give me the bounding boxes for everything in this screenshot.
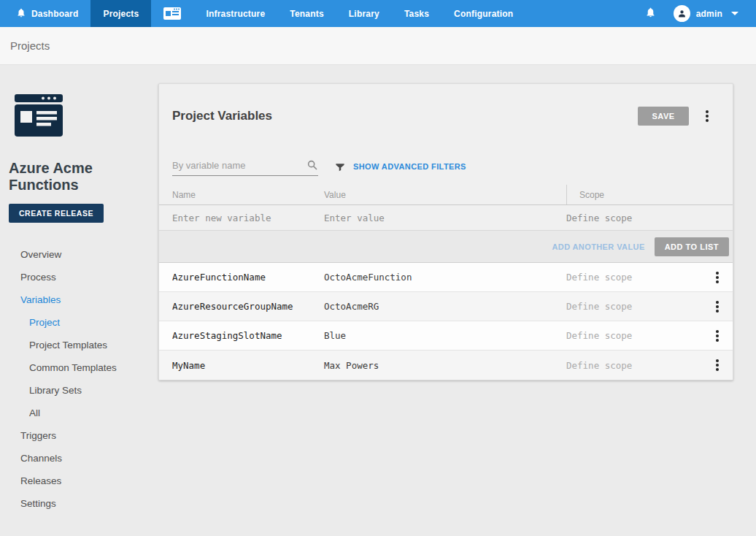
kebab-menu-icon [716, 305, 719, 308]
table-row[interactable]: AzureResourceGroupName OctoAcmeRG Define… [159, 292, 733, 321]
nav-item-project-logo-tab[interactable] [151, 0, 193, 27]
variable-name-cell: MyName [172, 360, 324, 371]
sidebar-item-common-templates[interactable]: Common Templates [9, 356, 158, 379]
nav-item-projects[interactable]: Projects [90, 0, 151, 27]
kebab-menu-icon [706, 115, 709, 118]
sidebar-item-process[interactable]: Process [9, 266, 158, 288]
variable-value-cell: OctoAcmeFunction [324, 272, 566, 283]
search-icon [306, 159, 318, 174]
table-header-row: Name Value Scope [159, 185, 733, 205]
nav-item-configuration[interactable]: Configuration [441, 0, 525, 27]
sidebar-item-overview[interactable]: Overview [9, 243, 158, 266]
breadcrumb[interactable]: Projects [10, 39, 50, 52]
user-avatar-icon [674, 5, 690, 22]
column-header-value: Value [324, 190, 566, 200]
nav-label: Tasks [404, 9, 429, 19]
nav-item-library[interactable]: Library [336, 0, 392, 27]
filter-row: SHOW ADVANCED FILTERS [159, 148, 733, 185]
search-field [172, 157, 318, 176]
notifications-button[interactable] [635, 0, 666, 27]
project-logo-icon [163, 7, 181, 20]
user-name: admin [696, 9, 722, 19]
nav-label: Projects [103, 9, 139, 19]
nav-label: Tenants [290, 9, 324, 19]
sidebar-item-settings[interactable]: Settings [9, 492, 158, 515]
add-to-list-button[interactable]: ADD TO LIST [655, 237, 729, 256]
show-advanced-filters-link[interactable]: SHOW ADVANCED FILTERS [353, 162, 466, 171]
sidebar-item-library-sets[interactable]: Library Sets [9, 379, 158, 402]
kebab-menu-icon [716, 364, 719, 367]
column-header-name: Name [172, 190, 324, 200]
project-logo [15, 94, 158, 139]
nav-label: Dashboard [31, 9, 78, 19]
new-variable-value-input[interactable] [324, 213, 463, 223]
nav-label: Infrastructure [206, 9, 265, 19]
variable-filter-input[interactable] [172, 157, 318, 176]
project-title: Azure Acme Functions [9, 160, 118, 194]
nav-item-tenants[interactable]: Tenants [277, 0, 336, 27]
project-nav: Overview Process Variables Project Proje… [9, 243, 158, 515]
sidebar-item-triggers[interactable]: Triggers [9, 424, 158, 447]
nav-item-dashboard[interactable]: Dashboard [0, 0, 90, 27]
add-actions-row: ADD ANOTHER VALUE ADD TO LIST [159, 231, 733, 263]
column-header-scope: Scope [566, 185, 699, 204]
overflow-menu-button[interactable] [701, 107, 714, 126]
add-another-value-link[interactable]: ADD ANOTHER VALUE [552, 242, 644, 251]
variable-name-cell: AzureFunctionName [172, 272, 324, 283]
variable-scope-cell[interactable]: Define scope [566, 272, 699, 283]
dashboard-bell-icon [16, 7, 26, 20]
project-variables-card: Project Variables SAVE SHOW ADVANCED FIL… [158, 83, 733, 380]
top-navbar: Dashboard Projects Infrastructure Tenant… [0, 0, 756, 27]
sidebar-item-channels[interactable]: Channels [9, 447, 158, 470]
navbar-spacer [525, 0, 634, 27]
nav-label: Configuration [454, 9, 513, 19]
new-variable-row: Define scope [159, 205, 733, 231]
row-overflow-button[interactable] [711, 356, 724, 375]
variable-scope-cell[interactable]: Define scope [566, 301, 699, 312]
sidebar-item-all[interactable]: All [9, 402, 158, 424]
variable-value-cell: Max Powers [324, 360, 566, 371]
table-row[interactable]: MyName Max Powers Define scope [159, 351, 733, 380]
project-sidebar: Azure Acme Functions CREATE RELEASE Over… [0, 65, 158, 536]
nav-item-infrastructure[interactable]: Infrastructure [193, 0, 277, 27]
sidebar-item-project-templates[interactable]: Project Templates [9, 334, 158, 356]
caret-down-icon [731, 12, 738, 15]
kebab-menu-icon [716, 334, 719, 337]
main-area: Project Variables SAVE SHOW ADVANCED FIL… [158, 65, 756, 536]
sidebar-item-project[interactable]: Project [9, 311, 158, 334]
variable-scope-cell[interactable]: Define scope [566, 360, 699, 371]
card-header: Project Variables SAVE [159, 84, 733, 148]
row-overflow-button[interactable] [711, 297, 724, 316]
kebab-menu-icon [716, 276, 719, 279]
sidebar-item-variables[interactable]: Variables [9, 288, 158, 311]
row-overflow-button[interactable] [711, 268, 724, 287]
bell-icon [645, 7, 656, 20]
table-row[interactable]: AzureFunctionName OctoAcmeFunction Defin… [159, 263, 733, 292]
row-overflow-button[interactable] [711, 326, 724, 345]
nav-item-tasks[interactable]: Tasks [392, 0, 441, 27]
variable-value-cell: Blue [324, 330, 566, 341]
variable-scope-cell[interactable]: Define scope [566, 330, 699, 341]
table-row[interactable]: AzureStagingSlotName Blue Define scope [159, 321, 733, 351]
new-variable-scope-field[interactable]: Define scope [566, 213, 699, 223]
variables-table-body: AzureFunctionName OctoAcmeFunction Defin… [159, 263, 733, 380]
user-menu[interactable]: admin [666, 0, 756, 27]
variable-name-cell: AzureStagingSlotName [172, 330, 324, 341]
funnel-icon[interactable] [334, 161, 346, 172]
breadcrumb-bar: Projects [0, 27, 756, 65]
card-title: Project Variables [172, 109, 638, 123]
sidebar-item-releases[interactable]: Releases [9, 470, 158, 492]
browser-window-icon [15, 94, 63, 137]
save-button[interactable]: SAVE [638, 107, 689, 126]
variable-value-cell: OctoAcmeRG [324, 301, 566, 312]
variable-name-cell: AzureResourceGroupName [172, 301, 324, 312]
create-release-button[interactable]: CREATE RELEASE [9, 204, 104, 223]
nav-label: Library [349, 9, 379, 19]
new-variable-name-input[interactable] [172, 213, 311, 223]
